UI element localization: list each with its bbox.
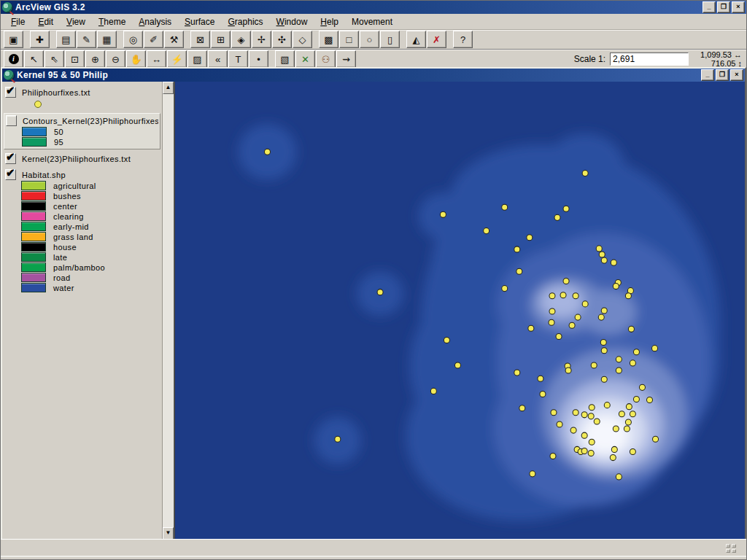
menu-item-window[interactable]: Window [271,15,314,28]
fix-point[interactable] [527,235,533,241]
fix-point[interactable] [516,268,522,274]
fix-point[interactable] [557,421,562,427]
zoom-selected-button[interactable]: ◈ [231,31,251,48]
zoom-out-button[interactable]: ⊖ [106,50,125,68]
save-project-button[interactable]: ▣ [4,31,23,48]
fix-point[interactable] [581,432,587,438]
fix-point[interactable] [611,260,616,265]
fix-point[interactable] [335,436,341,442]
fix-point[interactable] [639,384,645,390]
menu-item-view[interactable]: View [61,15,91,28]
fix-point[interactable] [611,446,617,452]
fix-point[interactable] [653,436,659,442]
hatch-tool-button[interactable]: ▧ [275,50,295,68]
fix-point[interactable] [514,370,520,376]
pan-button[interactable]: ✋ [126,50,146,68]
animal-movement-button[interactable]: ⚇ [316,50,336,68]
fix-point[interactable] [633,396,639,402]
open-theme-table-button[interactable]: ▦ [97,31,117,48]
fix-point[interactable] [440,211,446,217]
view-minimize-button[interactable]: _ [701,69,714,81]
fix-point[interactable] [596,246,602,252]
fix-point[interactable] [550,453,556,459]
scroll-up-icon[interactable]: ▲ [163,82,174,94]
menu-item-movement[interactable]: Movement [346,15,398,28]
theme-checkbox[interactable] [6,115,17,126]
identify-button[interactable]: i [4,50,23,68]
fix-point[interactable] [625,419,631,425]
close-button[interactable]: × [732,1,745,13]
fix-point[interactable] [565,368,571,373]
fix-point[interactable] [588,413,594,419]
select-feature-button[interactable]: ⊡ [65,50,85,68]
fix-point[interactable] [570,427,576,433]
fix-point[interactable] [502,286,508,292]
menu-item-theme[interactable]: Theme [93,15,131,28]
fix-point[interactable] [610,455,616,461]
callout-label-button[interactable]: « [208,50,228,68]
fix-point[interactable] [563,278,569,284]
fix-point[interactable] [613,426,619,432]
toc-theme-2[interactable]: ✔Kernel(23)Philiphourfixes.txt [4,152,160,166]
fix-point[interactable] [540,391,546,397]
menu-item-graphics[interactable]: Graphics [222,15,268,28]
fix-point[interactable] [601,348,607,354]
fix-point[interactable] [549,308,555,314]
fix-point[interactable] [633,349,639,355]
fix-point[interactable] [613,284,619,289]
theme-checkbox[interactable]: ✔ [5,87,16,98]
menu-item-surface[interactable]: Surface [179,15,220,28]
fix-point[interactable] [624,426,630,432]
fix-point[interactable] [625,293,631,299]
map-view[interactable] [174,82,745,540]
trajectory-tool-button[interactable]: ⇝ [336,50,356,68]
fix-point[interactable] [600,340,606,346]
fix-point[interactable] [601,257,607,263]
chart-frame-button[interactable]: ▯ [380,31,400,48]
fix-point[interactable] [430,388,436,394]
fix-point[interactable] [616,368,622,373]
fix-point[interactable] [454,362,460,368]
fix-point[interactable] [560,292,566,298]
toc-theme-3[interactable]: ✔Habitat.shpagriculturalbushescenterclea… [4,168,160,295]
fix-point[interactable] [594,419,600,424]
select-by-graphic-button[interactable]: ▩ [319,31,338,48]
zoom-previous-button[interactable]: ◇ [293,31,312,48]
fix-point[interactable] [630,360,635,366]
zoom-in-button[interactable]: ⊕ [85,50,105,68]
fix-point[interactable] [377,289,383,295]
fix-point[interactable] [616,474,622,480]
fix-point[interactable] [573,410,578,416]
resize-grip-icon[interactable] [726,544,738,554]
fix-point[interactable] [589,439,595,445]
menu-item-file[interactable]: File [5,15,31,28]
fix-point[interactable] [554,214,560,220]
edit-legend-button[interactable]: ✎ [77,31,96,48]
fix-point[interactable] [630,448,635,454]
fix-point[interactable] [502,204,508,210]
hot-link-button[interactable]: ⚡ [167,50,187,68]
draw-circle-button[interactable]: ○ [360,31,379,48]
fix-point[interactable] [591,362,597,368]
fix-point[interactable] [604,402,610,408]
fix-point[interactable] [626,404,632,410]
fix-point[interactable] [538,376,543,381]
fix-point[interactable] [652,346,658,351]
fix-point[interactable] [589,405,595,411]
menu-item-edit[interactable]: Edit [32,15,59,28]
pointer-button[interactable]: ↖ [24,50,44,68]
query-builder-button[interactable]: ⚒ [164,31,184,48]
fix-point[interactable] [601,376,607,382]
zoom-in-fixed-button[interactable]: ✢ [252,31,271,48]
fix-point[interactable] [549,293,555,299]
theme-checkbox[interactable]: ✔ [5,153,16,164]
theme-checkbox[interactable]: ✔ [5,169,16,180]
clear-selection-button[interactable]: □ [339,31,359,48]
fix-point[interactable] [519,405,525,411]
menu-item-help[interactable]: Help [314,15,344,28]
fix-point[interactable] [630,411,635,417]
fix-point[interactable] [646,397,652,403]
scale-input[interactable] [610,52,689,66]
locate-address-button[interactable]: ✐ [144,31,163,48]
fix-point[interactable] [556,333,562,339]
